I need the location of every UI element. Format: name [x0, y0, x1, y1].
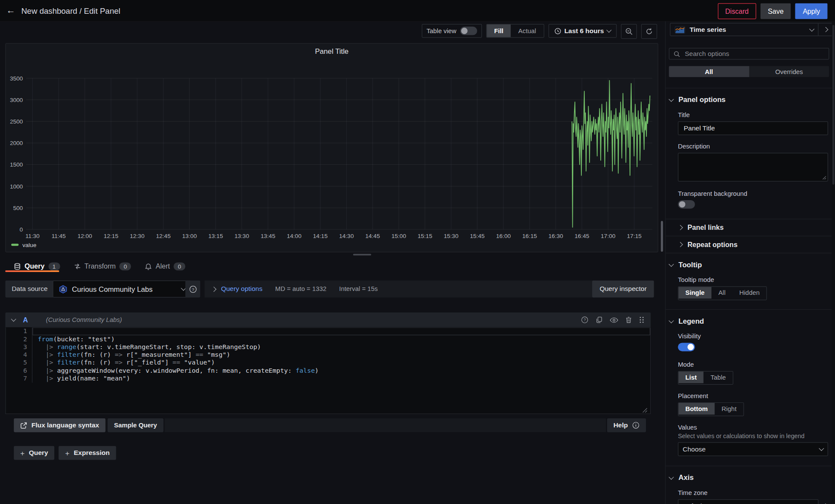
trash-icon[interactable] [625, 316, 632, 324]
datasource-name: Curious Community Labs [72, 285, 152, 293]
section-legend[interactable]: Legend [666, 310, 832, 325]
fill-option[interactable]: Fill [487, 25, 511, 37]
datasource-picker[interactable]: Curious Community Labs [53, 281, 191, 298]
options-search[interactable] [669, 48, 829, 59]
svg-text:14:30: 14:30 [339, 233, 354, 239]
duplicate-icon[interactable] [596, 316, 603, 324]
code-line[interactable]: 4 |> filter(fn: (r) => r["_measurement"]… [6, 351, 650, 359]
legend-placement-bottom[interactable]: Bottom [678, 403, 714, 414]
help-circle-icon[interactable]: ? [581, 316, 588, 324]
add-expression-button[interactable]: + Expression [59, 446, 116, 460]
legend-mode-table[interactable]: Table [704, 371, 733, 383]
chevron-down-icon [669, 96, 674, 102]
legend-visibility-label: Visibility [678, 333, 828, 340]
code-line[interactable]: 7 |> yield(name: "mean") [6, 374, 650, 382]
line-number: 7 [6, 374, 33, 382]
section-panel-options[interactable]: Panel options [666, 88, 832, 104]
query-editor-header: A (Curious Community Labs) ? [5, 312, 651, 328]
flux-syntax-button[interactable]: Flux language syntax [14, 418, 106, 432]
zoom-out-icon [625, 28, 633, 35]
legend-values-placeholder: Choose [683, 445, 819, 453]
collapse-query-icon[interactable] [11, 316, 16, 322]
transparent-bg-toggle[interactable] [678, 200, 695, 209]
code-line[interactable]: 6 |> aggregateWindow(every: v.windowPeri… [6, 367, 650, 374]
filter-all-tab[interactable]: All [669, 66, 749, 77]
tooltip-hidden-option[interactable]: Hidden [733, 287, 767, 299]
legend-values-select[interactable]: Choose [678, 442, 828, 456]
section-axis[interactable]: Axis [666, 466, 832, 482]
add-query-button[interactable]: + Query [14, 446, 54, 460]
topbar-actions: Discard Save Apply [718, 3, 828, 19]
chevron-right-icon[interactable] [211, 286, 216, 291]
svg-text:17:00: 17:00 [601, 233, 615, 239]
code-line[interactable]: 1 [6, 328, 650, 335]
timezone-select[interactable]: Default [678, 499, 818, 504]
query-options-link[interactable]: Query options [221, 285, 262, 293]
add-timezone-button[interactable]: + [823, 502, 828, 504]
table-view-toggle[interactable] [460, 27, 477, 35]
drag-grip-icon[interactable] [639, 316, 644, 324]
textarea-resize-grip[interactable] [822, 175, 826, 180]
back-arrow-icon[interactable]: ← [0, 5, 21, 16]
repeat-options-row[interactable]: Repeat options [666, 236, 832, 253]
legend-values-desc: Select values or calculations to show in… [678, 433, 828, 439]
chevron-right-icon [823, 27, 828, 32]
options-panel: Panel options Title Description Transpar… [666, 80, 832, 504]
timeseries-viz-icon [675, 26, 686, 33]
filter-overrides-tab[interactable]: Overrides [749, 66, 829, 77]
svg-text:13:30: 13:30 [234, 233, 249, 239]
svg-text:13:45: 13:45 [261, 233, 275, 239]
query-datasource-hint: (Curious Community Labs) [46, 316, 122, 324]
plus-icon: + [20, 448, 25, 457]
flux-query-code[interactable]: 1 2from(bucket: "test")3 |> range(start:… [5, 328, 651, 414]
time-range-picker[interactable]: Last 6 hours [548, 24, 617, 38]
legend-placement-right[interactable]: Right [715, 403, 744, 414]
tooltip-single-option[interactable]: Single [678, 287, 711, 299]
options-search-input[interactable] [684, 49, 825, 58]
query-inspector-button[interactable]: Query inspector [592, 281, 654, 298]
discard-button[interactable]: Discard [718, 3, 756, 19]
editor-resize-grip[interactable] [642, 407, 648, 413]
panel-title-input[interactable] [683, 124, 823, 133]
zoom-out-button[interactable] [621, 24, 637, 39]
svg-text:2500: 2500 [10, 118, 23, 125]
sidebar-collapse-button[interactable] [818, 23, 832, 35]
code-line[interactable]: 5 |> filter(fn: (r) => r["_field"] == "v… [6, 359, 650, 367]
section-tooltip[interactable]: Tooltip [666, 254, 832, 269]
timezone-label: Time zone [678, 489, 828, 496]
panel-links-row[interactable]: Panel links [666, 219, 832, 235]
sample-query-button[interactable]: Sample Query [108, 418, 163, 432]
svg-text:16:00: 16:00 [496, 233, 511, 239]
actual-option[interactable]: Actual [511, 25, 543, 37]
timezone-value: Default [683, 502, 810, 504]
code-line[interactable]: 2from(bucket: "test") [6, 335, 650, 343]
help-button[interactable]: Help [607, 418, 646, 432]
svg-text:15:45: 15:45 [470, 233, 484, 239]
chevron-right-icon [678, 225, 683, 230]
description-textarea[interactable] [678, 153, 828, 182]
tab-alert[interactable]: Alert 0 [145, 263, 186, 271]
panel-resize-handle[interactable] [353, 254, 371, 256]
section-panel-options-title: Panel options [678, 96, 725, 104]
refresh-button[interactable] [641, 24, 657, 39]
datasource-help-button[interactable]: ? [185, 281, 200, 298]
visualization-select[interactable]: Time series [670, 23, 818, 35]
chart-legend[interactable]: value [11, 241, 36, 248]
legend-visibility-toggle[interactable] [678, 343, 695, 351]
code-line[interactable]: 3 |> range(start: v.timeRangeStart, stop… [6, 343, 650, 351]
eye-icon[interactable] [610, 316, 618, 323]
influxdb-icon [59, 284, 68, 294]
tab-alert-count: 0 [174, 263, 185, 271]
tooltip-all-option[interactable]: All [711, 287, 733, 299]
legend-mode-list[interactable]: List [678, 371, 704, 383]
svg-text:11:30: 11:30 [25, 233, 40, 239]
sidebar-scrollbar-thumb[interactable] [832, 25, 835, 185]
left-pane-scrollbar-thumb[interactable] [661, 221, 663, 252]
query-ref-id[interactable]: A [23, 316, 28, 324]
tab-transform[interactable]: Transform 0 [74, 263, 131, 271]
apply-button[interactable]: Apply [795, 3, 828, 19]
tab-query[interactable]: Query 1 [14, 263, 60, 271]
time-range-label: Last 6 hours [564, 27, 604, 34]
max-data-points: MD = auto = 1332 [275, 285, 326, 293]
save-button[interactable]: Save [761, 3, 791, 19]
